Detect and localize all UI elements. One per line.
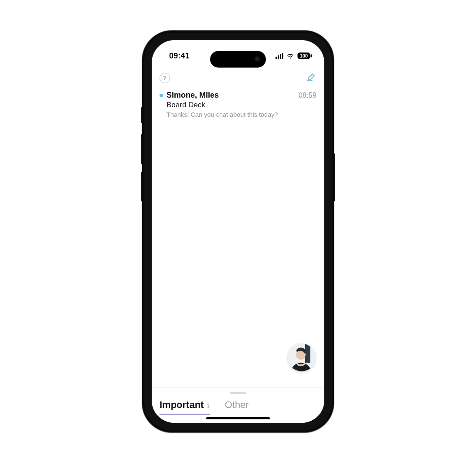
phone-frame: 09:41 100 xyxy=(142,31,334,432)
divider xyxy=(160,127,324,127)
tab-important[interactable]: Important 1 xyxy=(160,399,210,411)
tab-label: Other xyxy=(225,399,249,411)
tab-label: Important xyxy=(160,399,204,411)
message-row[interactable]: Simone, Miles 08:59 Board Deck Thanks! C… xyxy=(152,88,324,123)
mute-switch xyxy=(141,107,143,123)
question-icon: ? xyxy=(163,75,167,82)
cellular-signal-icon xyxy=(275,53,283,59)
unread-dot-icon xyxy=(160,94,163,97)
tab-count-badge: 1 xyxy=(206,402,210,409)
message-list: Simone, Miles 08:59 Board Deck Thanks! C… xyxy=(152,88,324,127)
help-button[interactable]: ? xyxy=(160,73,170,83)
wifi-icon xyxy=(286,53,295,59)
active-tab-indicator xyxy=(160,414,210,415)
home-indicator[interactable] xyxy=(206,417,270,419)
tab-other[interactable]: Other xyxy=(225,399,249,411)
message-sender: Simone, Miles xyxy=(167,91,219,100)
dynamic-island xyxy=(210,51,266,68)
screen: 09:41 100 xyxy=(152,40,324,423)
drag-handle-icon[interactable] xyxy=(230,392,246,394)
avatar[interactable] xyxy=(288,343,316,371)
app-header: ? xyxy=(152,68,324,88)
volume-up-btn xyxy=(141,134,143,164)
power-button xyxy=(333,153,335,201)
battery-level: 100 xyxy=(300,53,308,58)
message-preview: Thanks! Can you chat about this today? xyxy=(167,111,316,118)
battery-icon: 100 xyxy=(297,52,312,59)
svg-rect-4 xyxy=(305,343,310,363)
volume-down-btn xyxy=(141,172,143,201)
message-time: 08:59 xyxy=(299,92,316,99)
compose-button[interactable] xyxy=(306,72,316,84)
compose-icon xyxy=(306,72,316,82)
message-subject: Board Deck xyxy=(167,101,316,109)
svg-rect-1 xyxy=(311,54,312,58)
status-time: 09:41 xyxy=(169,51,190,61)
